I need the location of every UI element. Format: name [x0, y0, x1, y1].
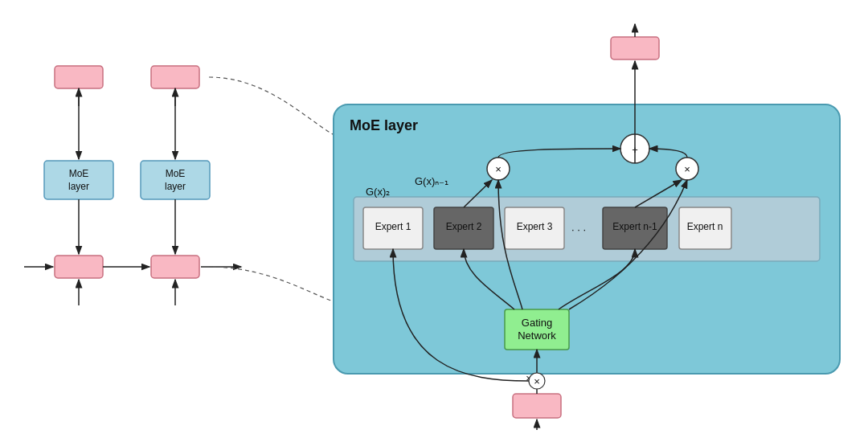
- left-pink-top-right: [151, 66, 199, 88]
- multiply-symbol-left: ×: [495, 163, 502, 175]
- input-split-symbol: ×: [534, 375, 540, 387]
- left-moe-left-label2: layer: [68, 181, 89, 192]
- moe-title-label: MoE layer: [350, 117, 418, 133]
- gating-label2: Network: [518, 330, 556, 342]
- left-moe-right: [141, 161, 210, 199]
- experts-container: [354, 197, 820, 261]
- dashed-top: [209, 77, 346, 141]
- left-pink-top-left: [55, 66, 103, 88]
- dashed-bottom: [209, 267, 346, 305]
- left-pink-bottom-right: [151, 256, 199, 278]
- dots-label: · · ·: [571, 223, 586, 235]
- gating-label1: Gating: [522, 317, 552, 329]
- expert-n-label: Expert n: [687, 221, 723, 232]
- input-pink-box: [513, 394, 561, 418]
- left-moe-right-label: MoE: [166, 168, 186, 179]
- gx2-label: G(x)₂: [366, 186, 390, 198]
- multiply-symbol-right: ×: [684, 163, 690, 175]
- left-moe-right-label2: layer: [165, 181, 186, 192]
- left-moe-left-label: MoE: [69, 168, 89, 179]
- left-pink-bottom-left: [55, 256, 103, 278]
- expert3-label: Expert 3: [517, 221, 553, 232]
- expert-n1-label: Expert n-1: [612, 221, 657, 232]
- left-moe-left: [44, 161, 113, 199]
- expert1-label: Expert 1: [375, 221, 411, 232]
- gxn1-label: G(x)ₙ₋₁: [415, 175, 448, 187]
- main-canvas: MoE layer MoE layer MoE layer Expert 1 E…: [0, 0, 868, 438]
- expert2-label: Expert 2: [446, 221, 482, 232]
- output-pink-box: [611, 37, 659, 59]
